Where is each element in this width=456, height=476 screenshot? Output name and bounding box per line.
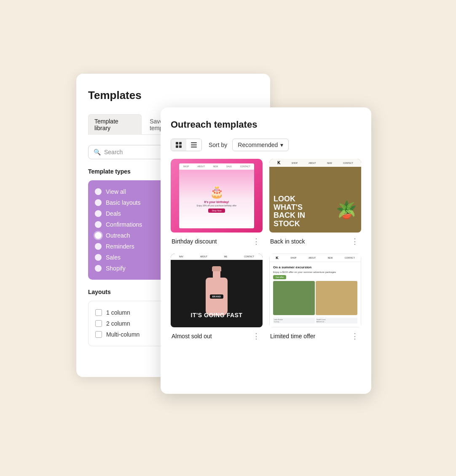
template-thumb-soldout: NAVABOUTMECONTACT — [171, 254, 263, 327]
template-footer-soldout: Almost sold out ⋮ — [171, 331, 263, 342]
view-toggle — [171, 139, 202, 151]
layouts-title: Layouts — [88, 289, 111, 295]
template-thumb-backinstock: K SHOPABOUTNEWCONTACT 🪴 LOOKWHAT'SBACK I… — [269, 159, 361, 233]
svg-rect-0 — [176, 142, 178, 144]
radio-deals — [95, 210, 102, 217]
birthday-subtext: Enjoy 20% off your purchase birthday off… — [197, 204, 236, 207]
template-footer-birthday: Birthday discount ⋮ — [171, 236, 263, 247]
svg-rect-4 — [191, 142, 197, 143]
template-card-limited-time[interactable]: K SHOPABOUTNEWCONTACT On a summer excurs… — [269, 254, 361, 342]
plant-icon: 🪴 — [336, 200, 357, 220]
limitedtime-nav: K SHOPABOUTNEWCONTACT — [270, 254, 361, 262]
radio-shopify — [95, 265, 102, 272]
template-name-soldout: Almost sold out — [172, 333, 212, 340]
limitedtime-image-2 — [316, 281, 357, 315]
outreach-panel-title: Outreach templates — [171, 119, 361, 130]
template-name-birthday: Birthday discount — [172, 238, 217, 245]
template-name-backinstock: Back in stock — [270, 238, 305, 245]
soldout-content: BRAND IT'S GOING FAST — [171, 260, 263, 327]
svg-rect-3 — [179, 145, 182, 148]
more-options-soldout[interactable]: ⋮ — [251, 331, 262, 342]
limitedtime-small-cards: Lake EstateLuxury... Small CoastAdventur… — [273, 318, 357, 324]
more-options-limitedtime[interactable]: ⋮ — [349, 331, 360, 342]
backinstock-nav: K SHOPABOUTNEWCONTACT — [269, 159, 361, 167]
soldout-nav: NAVABOUTMECONTACT — [171, 254, 263, 260]
checkbox-2-column[interactable] — [95, 320, 102, 327]
limitedtime-subheadline: Enjoy a $100 offer on your summer advent… — [273, 271, 357, 273]
search-icon: 🔍 — [94, 149, 101, 155]
birthday-cta: Shop Now — [208, 209, 225, 213]
template-thumb-limitedtime: K SHOPABOUTNEWCONTACT On a summer excurs… — [269, 254, 361, 327]
tab-template-library[interactable]: Template library — [88, 114, 142, 135]
page-title: Templates — [88, 89, 258, 102]
svg-rect-1 — [179, 142, 182, 144]
radio-sales — [95, 254, 102, 261]
main-scene: Templates Template library Saved templat… — [76, 74, 380, 402]
backinstock-text: LOOKWHAT'SBACK INSTOCK — [274, 195, 305, 228]
limitedtime-card-2: Small CoastAdventure... — [316, 318, 357, 324]
template-grid: SHOPABOUTNEWSALECONTACT 🎂 It's your birt… — [171, 159, 361, 342]
limitedtime-image-1 — [273, 281, 315, 315]
sort-label: Sort by — [209, 142, 227, 148]
template-card-birthday-discount[interactable]: SHOPABOUTNEWSALECONTACT 🎂 It's your birt… — [171, 159, 263, 247]
sort-dropdown[interactable]: Recommended ▾ — [232, 139, 289, 151]
grid-view-button[interactable] — [171, 139, 186, 151]
limitedtime-headline: On a summer excursion — [273, 265, 357, 269]
template-card-back-in-stock[interactable]: K SHOPABOUTNEWCONTACT 🪴 LOOKWHAT'SBACK I… — [269, 159, 361, 247]
radio-reminders — [95, 243, 102, 250]
limitedtime-card-1: Lake EstateLuxury... — [273, 318, 315, 324]
chevron-down-icon: ▾ — [280, 142, 283, 148]
more-options-backinstock[interactable]: ⋮ — [349, 236, 360, 247]
toolbar: Sort by Recommended ▾ — [171, 139, 361, 151]
outreach-templates-panel: Outreach templates — [161, 107, 371, 394]
list-view-button[interactable] — [186, 139, 201, 151]
template-footer-limitedtime: Limited time offer ⋮ — [269, 331, 361, 342]
birthday-text: It's your birthday! — [204, 201, 229, 203]
template-name-limitedtime: Limited time offer — [270, 333, 315, 340]
birthday-cake-icon: 🎂 — [209, 185, 224, 199]
checkbox-1-column[interactable] — [95, 309, 102, 316]
birthday-nav: SHOPABOUTNEWSALECONTACT — [179, 163, 255, 170]
svg-rect-5 — [191, 144, 197, 145]
svg-rect-2 — [176, 145, 178, 148]
svg-rect-6 — [191, 147, 197, 147]
radio-view-all — [95, 188, 102, 195]
birthday-content: 🎂 It's your birthday! Enjoy 20% off your… — [179, 170, 255, 228]
soldout-text: IT'S GOING FAST — [175, 312, 258, 319]
checkbox-multi-column[interactable] — [95, 331, 102, 338]
more-options-birthday[interactable]: ⋮ — [251, 236, 262, 247]
radio-outreach — [95, 232, 102, 239]
radio-basic-layouts — [95, 199, 102, 206]
radio-confirmations — [95, 221, 102, 228]
limitedtime-content: On a summer excursion Enjoy a $100 offer… — [270, 262, 361, 327]
limitedtime-cta: Get offer — [273, 275, 286, 279]
limitedtime-images — [273, 281, 357, 315]
template-types-title: Template types — [88, 168, 131, 175]
search-input[interactable]: Search — [104, 149, 123, 155]
grid-icon — [175, 142, 182, 148]
list-icon — [190, 142, 197, 148]
template-card-almost-sold-out[interactable]: NAVABOUTMECONTACT — [171, 254, 263, 342]
template-thumb-birthday: SHOPABOUTNEWSALECONTACT 🎂 It's your birt… — [171, 159, 263, 233]
template-footer-backinstock: Back in stock ⋮ — [269, 236, 361, 247]
